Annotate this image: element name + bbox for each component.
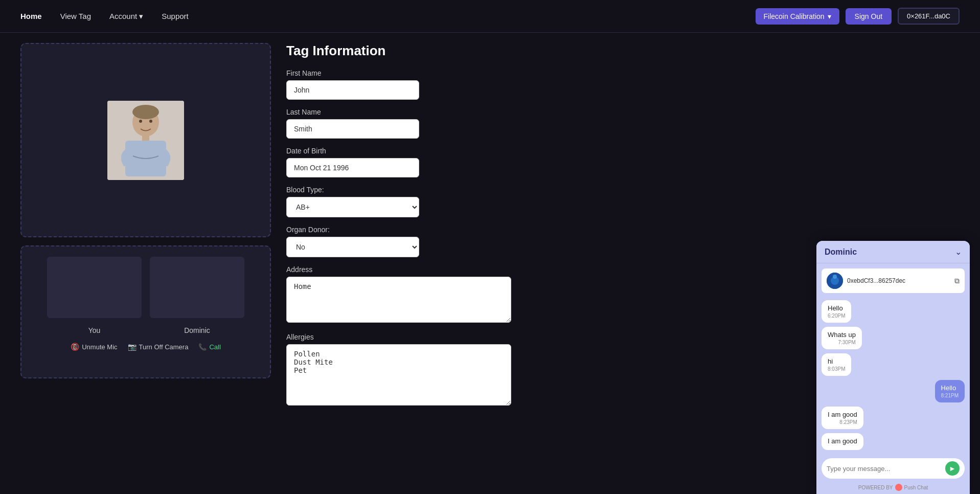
svg-point-2 xyxy=(132,105,159,119)
call-button[interactable]: 📞 Call xyxy=(198,343,220,351)
chat-message-input[interactable] xyxy=(827,465,941,473)
message-text: Hello xyxy=(941,384,959,392)
chat-message: Hello8:21PM xyxy=(935,380,965,402)
profile-photo xyxy=(107,101,184,180)
video-feeds xyxy=(32,257,260,318)
unmute-mic-button[interactable]: 📵 Unmute Mic xyxy=(71,343,117,351)
svg-point-5 xyxy=(139,120,142,123)
chat-input-bar: ► xyxy=(822,458,965,479)
call-controls: 📵 Unmute Mic 📷 Turn Off Camera 📞 Call xyxy=(32,343,260,351)
allergies-textarea[interactable]: Pollen Dust Mite Pet xyxy=(286,344,511,406)
chat-message: hi8:03PM xyxy=(822,353,851,376)
dominic-label: Dominic xyxy=(150,326,244,334)
wallet-address-button[interactable]: 0×261F...da0C xyxy=(898,8,960,25)
svg-point-6 xyxy=(149,120,152,123)
left-panel: You Dominic 📵 Unmute Mic 📷 Turn Off Came… xyxy=(20,43,271,416)
chat-wallet-address: 0xebdCf3...86257dec xyxy=(847,277,950,284)
turn-off-camera-button[interactable]: 📷 Turn Off Camera xyxy=(128,343,189,351)
message-time: 8:21PM xyxy=(941,393,959,398)
send-icon: ► xyxy=(945,461,960,476)
first-name-group: First Name xyxy=(286,69,960,100)
chat-message: Hello6:20PM xyxy=(822,300,851,323)
nav-view-tag[interactable]: View Tag xyxy=(60,12,91,20)
mic-icon: 📵 xyxy=(71,343,79,351)
signout-button[interactable]: Sign Out xyxy=(846,8,892,25)
last-name-label: Last Name xyxy=(286,108,960,116)
svg-point-9 xyxy=(833,275,837,279)
chat-footer: POWERED BY Push Chat xyxy=(816,484,970,494)
message-text: Whats up xyxy=(828,331,856,339)
phone-icon: 📞 xyxy=(198,343,207,351)
you-label: You xyxy=(47,326,142,334)
message-text: I am good xyxy=(828,437,857,445)
nav-links: Home View Tag Account ▾ Support xyxy=(20,12,189,21)
message-text: Hello xyxy=(828,304,845,312)
chat-widget: Dominic ⌄ 0xebdCf3...86257dec ⧉ Hello6:2… xyxy=(816,241,970,494)
copy-icon[interactable]: ⧉ xyxy=(954,277,960,285)
chat-send-button[interactable]: ► xyxy=(945,461,960,476)
message-time: 6:20PM xyxy=(828,313,845,319)
organ-donor-select[interactable]: Yes No xyxy=(286,237,419,257)
dob-label: Date of Birth xyxy=(286,147,960,155)
chat-message: I am good8:23PM xyxy=(822,407,863,429)
message-text: I am good xyxy=(828,411,857,418)
chat-avatar xyxy=(827,273,843,289)
chat-header-name: Dominic xyxy=(825,248,857,257)
dob-input[interactable] xyxy=(286,158,419,177)
camera-icon: 📷 xyxy=(128,343,136,351)
message-text: hi xyxy=(828,357,845,365)
last-name-input[interactable] xyxy=(286,119,419,139)
nav-support[interactable]: Support xyxy=(162,12,189,20)
nav-account[interactable]: Account ▾ xyxy=(109,12,143,21)
chevron-down-icon: ▾ xyxy=(139,12,143,21)
photo-card xyxy=(20,43,271,237)
navbar: Home View Tag Account ▾ Support Filecoin… xyxy=(0,0,980,33)
first-name-label: First Name xyxy=(286,69,960,77)
video-card: You Dominic 📵 Unmute Mic 📷 Turn Off Came… xyxy=(20,245,271,378)
chat-address-bar: 0xebdCf3...86257dec ⧉ xyxy=(822,268,965,293)
nav-right: Filecoin Calibration ▾ Sign Out 0×261F..… xyxy=(756,8,960,25)
blood-type-group: Blood Type: A+ A- B+ B- AB+ AB- O+ O- xyxy=(286,186,960,217)
chevron-down-icon: ▾ xyxy=(828,12,831,20)
network-button[interactable]: Filecoin Calibration ▾ xyxy=(756,8,839,25)
blood-type-select[interactable]: A+ A- B+ B- AB+ AB- O+ O- xyxy=(286,197,419,217)
message-time: 8:03PM xyxy=(828,366,845,372)
video-labels: You Dominic xyxy=(32,326,260,334)
video-feed-you xyxy=(47,257,142,318)
page-title: Tag Information xyxy=(286,43,960,59)
nav-home[interactable]: Home xyxy=(20,12,42,20)
push-chat-logo xyxy=(895,484,902,491)
chat-collapse-button[interactable]: ⌄ xyxy=(955,247,962,257)
organ-donor-label: Organ Donor: xyxy=(286,226,960,234)
chat-header: Dominic ⌄ xyxy=(816,241,970,263)
last-name-group: Last Name xyxy=(286,108,960,139)
message-time: 8:23PM xyxy=(828,419,857,425)
message-time: 7:30PM xyxy=(828,340,856,345)
blood-type-label: Blood Type: xyxy=(286,186,960,194)
first-name-input[interactable] xyxy=(286,80,419,100)
address-textarea[interactable]: Home xyxy=(286,277,511,323)
chat-messages: Hello6:20PMWhats up7:30PMhi8:03PMHello8:… xyxy=(816,296,970,454)
video-feed-dominic xyxy=(150,257,244,318)
chat-message: Whats up7:30PM xyxy=(822,327,862,349)
dob-group: Date of Birth xyxy=(286,147,960,177)
chat-message: I am good xyxy=(822,433,863,450)
